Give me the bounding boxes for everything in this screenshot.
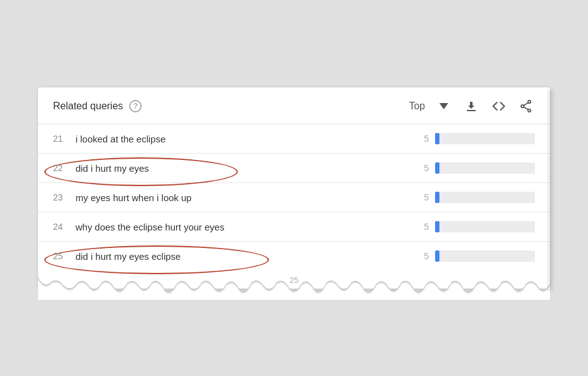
card-title: Related queries	[53, 101, 123, 112]
query-row-21[interactable]: 21 i looked at the eclipse 5	[38, 124, 550, 154]
dropdown-icon[interactable]	[435, 97, 453, 115]
embed-icon[interactable]	[490, 97, 507, 115]
svg-line-5	[524, 107, 528, 110]
query-list: 21 i looked at the eclipse 5 22 did i hu…	[38, 124, 550, 270]
header-right: Top	[409, 97, 535, 115]
bar-fill	[435, 250, 439, 262]
row-bar	[435, 133, 535, 144]
share-icon[interactable]	[517, 97, 535, 115]
row-query-text: why does the eclipse hurt your eyes	[76, 222, 416, 232]
query-row-23[interactable]: 23 my eyes hurt when i look up 5	[38, 183, 550, 212]
row-bar	[435, 162, 535, 174]
top-filter-label: Top	[409, 101, 425, 112]
query-row-22[interactable]: 22 did i hurt my eyes 5	[38, 154, 550, 183]
row-bar	[435, 250, 535, 262]
svg-point-1	[528, 101, 531, 103]
query-row-25[interactable]: 25 did i hurt my eyes eclipse 5	[38, 242, 550, 270]
download-icon[interactable]	[463, 97, 480, 115]
row-value: 5	[416, 222, 429, 232]
row-query-text: my eyes hurt when i look up	[76, 192, 416, 203]
row-number: 23	[53, 192, 76, 202]
bar-fill	[435, 162, 439, 174]
row-query-text: did i hurt my eyes	[76, 163, 416, 174]
row-number: 24	[53, 222, 76, 232]
card-header: Related queries ? Top	[38, 87, 550, 124]
svg-line-4	[524, 103, 528, 106]
row-query-text: did i hurt my eyes eclipse	[76, 251, 416, 262]
row-value: 5	[416, 134, 429, 144]
bar-fill	[435, 133, 439, 144]
svg-point-2	[528, 109, 531, 112]
row-value: 5	[416, 192, 429, 202]
row-value: 5	[416, 251, 429, 261]
bar-fill	[435, 221, 439, 232]
query-row-24[interactable]: 24 why does the eclipse hurt your eyes 5	[38, 212, 550, 242]
bar-fill	[435, 192, 439, 203]
help-icon[interactable]: ?	[129, 100, 142, 112]
row-bar	[435, 192, 535, 203]
row-value: 5	[416, 163, 429, 173]
row-query-text: i looked at the eclipse	[76, 134, 416, 144]
row-number: 22	[53, 163, 76, 173]
header-left: Related queries ?	[53, 100, 142, 112]
svg-point-3	[521, 105, 524, 107]
related-queries-card: Related queries ? Top	[38, 87, 550, 289]
row-number: 21	[53, 134, 76, 144]
svg-rect-0	[467, 110, 476, 111]
torn-edge	[38, 277, 550, 300]
row-bar	[435, 221, 535, 232]
row-number: 25	[53, 251, 76, 261]
